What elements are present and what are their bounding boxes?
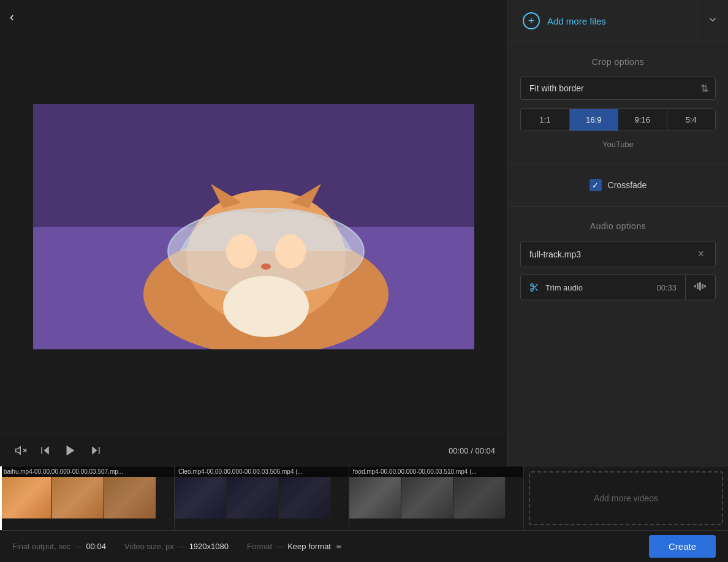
size-label: Video size, px bbox=[124, 542, 174, 551]
svg-point-19 bbox=[531, 284, 533, 286]
clip-1-label: baihu.mp4-00.00.00.000-00.00.03.507.mp..… bbox=[0, 466, 174, 477]
crop-dropdown-wrapper: Fit with border Crop to fill No crop ⇅ bbox=[520, 77, 716, 100]
crop-options-title: Crop options bbox=[520, 57, 716, 67]
prev-button[interactable] bbox=[37, 442, 54, 459]
clip-1-thumbnails bbox=[0, 477, 174, 530]
current-time: 00:00 bbox=[449, 446, 469, 455]
clip-2-label: Cleo.mp4-00.00.00.000-00.00.03.506.mp4 (… bbox=[175, 466, 349, 477]
size-dash: — bbox=[178, 542, 186, 551]
clip-3-label: food.mp4-00.00.00.000-00.00.03.510.mp4 (… bbox=[349, 466, 523, 477]
timeline-clip-3[interactable]: food.mp4-00.00.00.000-00.00.03.510.mp4 (… bbox=[349, 466, 524, 530]
audio-file-display: full-track.mp3 × bbox=[520, 241, 716, 267]
svg-rect-25 bbox=[697, 283, 699, 289]
format-label: Format bbox=[247, 542, 272, 551]
crossfade-label: Crossfade bbox=[608, 180, 647, 190]
svg-line-23 bbox=[533, 286, 534, 287]
checkmark-icon: ✓ bbox=[592, 181, 599, 190]
format-dash: — bbox=[276, 542, 284, 551]
output-stat: Final output, sec — 00:04 bbox=[12, 542, 124, 551]
clip-2-thumb-3 bbox=[279, 477, 331, 518]
trim-scissors-icon bbox=[529, 283, 539, 292]
bottom-bar: Final output, sec — 00:04 Video size, px… bbox=[0, 530, 728, 562]
clip-3-thumb-1 bbox=[349, 477, 401, 518]
audio-clear-button[interactable]: × bbox=[695, 248, 707, 260]
crossfade-section: ✓ Crossfade bbox=[508, 164, 728, 207]
add-files-section: + Add more files bbox=[508, 0, 728, 42]
timeline-clip-1[interactable]: baihu.mp4-00.00.00.000-00.00.03.507.mp..… bbox=[0, 466, 175, 530]
ratio-buttons-group: 1:1 16:9 9:16 5:4 bbox=[520, 108, 716, 131]
svg-marker-11 bbox=[16, 447, 21, 454]
crop-dropdown[interactable]: Fit with border Crop to fill No crop bbox=[520, 77, 716, 100]
svg-rect-28 bbox=[704, 285, 706, 287]
crop-options-section: Crop options Fit with border Crop to fil… bbox=[508, 42, 728, 164]
mute-button[interactable] bbox=[12, 442, 29, 459]
trim-audio-button[interactable]: Trim audio 00:33 bbox=[521, 276, 685, 298]
video-controls: 00:00 / 00:04 bbox=[0, 435, 507, 466]
audio-visualization-button[interactable] bbox=[685, 275, 715, 300]
ratio-16-9-button[interactable]: 16:9 bbox=[570, 109, 619, 131]
clip-3-thumbnails bbox=[349, 477, 523, 530]
clip-1-thumb-2 bbox=[52, 477, 104, 518]
trim-audio-label: Trim audio bbox=[545, 283, 583, 292]
add-icon: + bbox=[523, 12, 540, 29]
trim-duration: 00:33 bbox=[656, 283, 677, 292]
timeline-clip-2[interactable]: Cleo.mp4-00.00.00.000-00.00.03.506.mp4 (… bbox=[175, 466, 349, 530]
add-more-videos-button[interactable]: Add more videos bbox=[529, 471, 723, 525]
svg-marker-14 bbox=[44, 446, 49, 454]
svg-rect-26 bbox=[699, 282, 701, 290]
svg-point-5 bbox=[226, 234, 257, 268]
next-button[interactable] bbox=[87, 442, 104, 459]
create-button[interactable]: Create bbox=[649, 535, 716, 558]
add-files-label: Add more files bbox=[547, 16, 606, 26]
youtube-label: YouTube bbox=[520, 140, 716, 149]
output-label: Final output, sec bbox=[12, 542, 70, 551]
svg-line-22 bbox=[536, 289, 538, 291]
video-panel: ‹ bbox=[0, 0, 507, 466]
output-dash: — bbox=[74, 542, 82, 551]
total-time: 00:04 bbox=[475, 446, 495, 455]
format-value: Keep format bbox=[287, 542, 331, 551]
cat-image bbox=[33, 104, 474, 349]
svg-marker-16 bbox=[67, 446, 75, 456]
main-area: ‹ bbox=[0, 0, 728, 466]
svg-point-8 bbox=[223, 276, 309, 337]
size-stat: Video size, px — 1920x1080 bbox=[124, 542, 247, 551]
size-value: 1920x1080 bbox=[189, 542, 229, 551]
clip-2-thumb-1 bbox=[175, 477, 227, 518]
playhead-marker bbox=[0, 466, 2, 530]
time-display: 00:00 / 00:04 bbox=[449, 446, 495, 455]
svg-rect-24 bbox=[694, 285, 696, 287]
clip-1-thumb-1 bbox=[0, 477, 52, 518]
clip-1-thumb-3 bbox=[104, 477, 156, 518]
svg-point-20 bbox=[531, 289, 533, 291]
ratio-9-16-button[interactable]: 9:16 bbox=[618, 109, 667, 131]
options-panel: + Add more files Crop options Fit with b… bbox=[507, 0, 728, 466]
svg-point-7 bbox=[261, 264, 271, 270]
clip-3-thumb-2 bbox=[401, 477, 453, 518]
back-button[interactable]: ‹ bbox=[10, 10, 14, 24]
svg-marker-17 bbox=[92, 446, 97, 454]
format-arrows-icon bbox=[335, 542, 343, 551]
trim-audio-row: Trim audio 00:33 bbox=[520, 275, 716, 300]
video-preview bbox=[33, 104, 474, 349]
svg-rect-27 bbox=[702, 284, 703, 289]
add-files-button[interactable]: + Add more files bbox=[508, 0, 697, 42]
crossfade-checkbox[interactable]: ✓ bbox=[590, 179, 602, 191]
clip-2-thumb-2 bbox=[227, 477, 279, 518]
audio-options-title: Audio options bbox=[520, 221, 716, 231]
video-container bbox=[0, 0, 507, 435]
ratio-5-4-button[interactable]: 5:4 bbox=[667, 109, 716, 131]
format-wrapper: Format — Keep format bbox=[247, 542, 343, 551]
output-value: 00:04 bbox=[86, 542, 106, 551]
audio-file-name: full-track.mp3 bbox=[529, 249, 695, 259]
clip-3-thumb-3 bbox=[453, 477, 506, 518]
play-button[interactable] bbox=[61, 441, 80, 460]
expand-button[interactable] bbox=[697, 2, 728, 40]
svg-point-6 bbox=[275, 234, 306, 268]
timeline-area: baihu.mp4-00.00.00.000-00.00.03.507.mp..… bbox=[0, 466, 728, 530]
audio-bars-icon bbox=[694, 281, 707, 291]
ratio-1-1-button[interactable]: 1:1 bbox=[521, 109, 570, 131]
cat-illustration bbox=[33, 104, 474, 349]
audio-options-section: Audio options full-track.mp3 × Trim audi… bbox=[508, 207, 728, 315]
clip-2-thumbnails bbox=[175, 477, 349, 530]
